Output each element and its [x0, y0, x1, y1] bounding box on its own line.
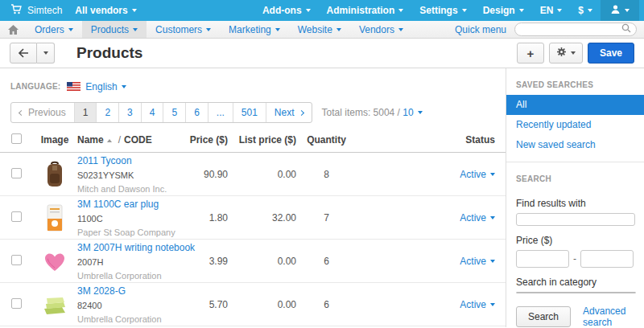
chevron-down-icon	[336, 28, 341, 31]
products-list-panel: LANGUAGE: English Previous 1 2 3 4 5 6 .…	[0, 68, 506, 327]
cart-icon[interactable]	[10, 4, 22, 17]
product-name-link[interactable]: 3M 2007H writing notebook	[77, 242, 195, 253]
chevron-down-icon	[122, 85, 126, 88]
product-list-price[interactable]: 32.00	[228, 212, 296, 223]
product-code: 82400	[77, 300, 178, 311]
column-quantity[interactable]: Quantity	[296, 134, 357, 146]
sort-by-code[interactable]: CODE	[124, 134, 152, 146]
product-quantity[interactable]: 6	[296, 256, 357, 267]
save-button[interactable]: Save	[588, 43, 634, 64]
chevron-down-icon	[519, 9, 524, 12]
nav-orders[interactable]: Orders	[26, 21, 82, 38]
price-from-input[interactable]	[516, 250, 569, 268]
total-items: Total items: 5004 / 10	[322, 107, 423, 118]
nav-products[interactable]: Products	[82, 21, 147, 38]
column-price[interactable]: Price ($)	[178, 134, 228, 146]
pagination-previous[interactable]: Previous	[11, 103, 74, 122]
product-name-link[interactable]: 3M 1100C ear plug	[77, 199, 159, 210]
price-range-group: -	[516, 250, 644, 268]
select-all-checkbox[interactable]	[11, 133, 22, 144]
saved-search-all[interactable]: All	[506, 95, 644, 115]
home-icon[interactable]	[0, 21, 26, 38]
us-flag-icon	[67, 82, 80, 91]
gear-menu-button[interactable]	[549, 43, 583, 64]
column-status[interactable]: Status	[357, 134, 506, 146]
global-search-input[interactable]	[520, 25, 621, 35]
product-quantity[interactable]: 7	[296, 212, 357, 223]
chevron-down-icon	[306, 9, 311, 12]
find-results-input[interactable]	[516, 213, 635, 226]
column-list-price[interactable]: List price ($)	[228, 134, 296, 146]
product-price[interactable]: 3.99	[178, 256, 228, 267]
status-dropdown[interactable]: Active	[460, 256, 495, 267]
product-thumbnail-heart-notes[interactable]	[32, 250, 77, 273]
menu-currency[interactable]: $	[570, 0, 601, 21]
chevron-down-icon	[588, 9, 592, 12]
menu-addons[interactable]: Add-ons	[254, 0, 319, 21]
search-section-title: SEARCH	[516, 174, 634, 183]
product-quantity[interactable]: 8	[296, 169, 357, 180]
vendor-selector[interactable]: All vendors	[75, 5, 136, 16]
product-list-price[interactable]: 0.00	[228, 169, 296, 180]
saved-search-new[interactable]: New saved search	[506, 135, 644, 155]
nav-customers[interactable]: Customers	[147, 21, 220, 38]
row-checkbox[interactable]	[11, 255, 22, 265]
column-image: Image	[32, 134, 77, 146]
nav-website[interactable]: Website	[289, 21, 350, 38]
menu-design[interactable]: Design	[475, 0, 532, 21]
user-menu[interactable]	[601, 0, 639, 21]
menu-administration[interactable]: Administration	[319, 0, 412, 21]
pagination-page-5[interactable]: 5	[163, 103, 185, 122]
row-checkbox[interactable]	[11, 298, 22, 309]
topbar-brand-group: Simtech All vendors	[0, 0, 137, 21]
menu-settings[interactable]: Settings	[411, 0, 474, 21]
pagination-page-1[interactable]: 1	[74, 103, 97, 122]
language-selector[interactable]: English	[85, 81, 126, 92]
add-product-button[interactable]: +	[517, 43, 544, 64]
product-price[interactable]: 5.70	[178, 299, 228, 310]
back-dropdown-button[interactable]	[37, 43, 55, 64]
search-button[interactable]: Search	[516, 306, 571, 327]
sort-by-name[interactable]: Name	[77, 134, 104, 146]
row-checkbox[interactable]	[11, 211, 22, 222]
product-list-price[interactable]: 0.00	[228, 256, 296, 267]
status-dropdown[interactable]: Active	[460, 212, 495, 223]
pagination-page-3[interactable]: 3	[118, 103, 141, 122]
brand-name[interactable]: Simtech	[27, 5, 62, 16]
pagination-page-501[interactable]: 501	[233, 103, 266, 122]
pagination-ellipsis[interactable]: ...	[208, 103, 233, 122]
nav-vendors[interactable]: Vendors	[350, 21, 412, 38]
product-price[interactable]: 90.90	[178, 169, 228, 180]
product-name-link[interactable]: 3M 2028-G	[77, 285, 126, 297]
pagination-page-4[interactable]: 4	[141, 103, 163, 122]
per-page-selector[interactable]: 10	[402, 107, 422, 118]
nav-marketing[interactable]: Marketing	[220, 21, 289, 38]
row-checkbox[interactable]	[11, 168, 22, 178]
price-filter-label: Price ($)	[516, 235, 634, 246]
main-navbar: Orders Products Customers Marketing Webs…	[0, 21, 644, 39]
quick-menu-link[interactable]: Quick menu	[455, 24, 506, 35]
product-thumbnail-green-notes[interactable]	[32, 294, 77, 315]
status-dropdown[interactable]: Active	[460, 169, 495, 180]
search-icon[interactable]	[621, 23, 631, 35]
product-thumbnail-backpack[interactable]	[32, 161, 77, 188]
pagination-next[interactable]: Next	[266, 103, 312, 122]
product-price[interactable]: 1.80	[178, 212, 228, 223]
product-quantity[interactable]: 6	[296, 299, 357, 310]
menu-language[interactable]: EN	[532, 0, 571, 21]
status-dropdown[interactable]: Active	[460, 299, 495, 310]
pagination-page-2[interactable]: 2	[96, 103, 118, 122]
chevron-down-icon	[206, 28, 211, 31]
advanced-search-link[interactable]: Advanced search	[583, 305, 634, 328]
price-to-input[interactable]	[580, 250, 634, 268]
content-area: LANGUAGE: English Previous 1 2 3 4 5 6 .…	[0, 68, 644, 327]
back-button[interactable]	[10, 43, 37, 64]
product-list-price[interactable]: 0.00	[228, 299, 296, 310]
product-company: Mitch and Dawson Inc.	[77, 183, 178, 195]
pagination-page-6[interactable]: 6	[185, 103, 208, 122]
product-thumbnail-ear-plug[interactable]	[32, 204, 77, 232]
saved-search-recently-updated[interactable]: Recently updated	[506, 115, 644, 135]
chevron-down-icon	[462, 9, 467, 12]
product-name-link[interactable]: 2011 Tycoon	[77, 155, 132, 166]
product-company: Paper St Soap Company	[77, 227, 178, 238]
